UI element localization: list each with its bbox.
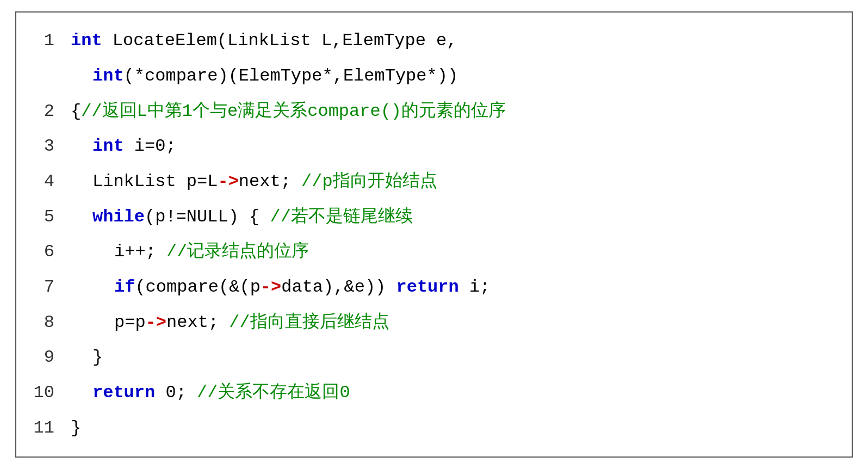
code-line-1b: int(*compare)(ElemType*,ElemType*)) [33,63,835,89]
code-text: next; [166,312,229,332]
code-block: 1 int LocateElem(LinkList L,ElemType e, … [15,11,853,458]
comment-text: //p指向开始结点 [301,171,437,192]
comment-text: //指向直接后继结点 [229,312,389,332]
code-text: data),&e)) [281,277,396,297]
line-content: i++; //记录结点的位序 [71,239,835,265]
line-number: 3 [33,133,71,159]
line-number: 5 [33,204,71,230]
arrow-operator: -> [261,277,281,297]
arrow-operator: -> [218,171,238,192]
keyword: return [396,277,469,297]
code-line-3: 3 int i=0; [33,133,835,159]
line-content: while(p!=NULL) { //若不是链尾继续 [71,204,835,230]
keyword: while [92,207,145,227]
line-number: 4 [33,169,71,195]
comment-text: //若不是链尾继续 [270,207,412,227]
code-text: (*compare)(ElemType*,ElemType*)) [124,66,458,86]
code-line-11: 11 } [33,415,835,441]
code-line-10: 10 return 0; //关系不存在返回0 [33,380,835,406]
keyword: return [92,382,165,403]
keyword: if [114,277,135,297]
code-text: 0; [165,382,197,403]
code-text: } [71,418,81,438]
code-line-2: 2 {//返回L中第1个与e满足关系compare()的元素的位序 [33,98,835,125]
line-content: return 0; //关系不存在返回0 [71,380,835,406]
code-text: i; [469,277,490,297]
line-content: int(*compare)(ElemType*,ElemType*)) [71,63,835,89]
line-content: } [71,344,835,371]
line-content: p=p->next; //指向直接后继结点 [71,310,835,336]
line-number: 1 [33,28,71,54]
code-text: LocateElem(LinkList L,ElemType e, [113,30,457,51]
line-content: {//返回L中第1个与e满足关系compare()的元素的位序 [71,98,835,125]
line-content: int LocateElem(LinkList L,ElemType e, [71,28,835,54]
comment-text: //关系不存在返回0 [197,382,350,403]
comment-text: //返回L中第1个与e满足关系compare()的元素的位序 [81,101,506,121]
line-content: int i=0; [71,133,835,159]
code-line-1: 1 int LocateElem(LinkList L,ElemType e, [33,28,835,54]
code-text: next; [239,171,301,192]
code-line-8: 8 p=p->next; //指向直接后继结点 [33,310,835,336]
code-text: (p!=NULL) { [145,207,270,227]
line-content: } [71,415,835,441]
code-line-7: 7 if(compare(&(p->data),&e)) return i; [33,274,835,300]
code-text: i++; [114,242,166,262]
code-text: LinkList p=L [92,171,218,192]
line-content: LinkList p=L->next; //p指向开始结点 [71,169,835,195]
line-number: 9 [33,344,71,371]
code-line-9: 9 } [33,344,835,371]
code-text: p=p [114,312,146,332]
line-content: if(compare(&(p->data),&e)) return i; [71,274,835,300]
line-number: 10 [33,380,71,406]
line-number: 11 [33,415,71,441]
line-number: 2 [33,98,71,125]
code-text: } [92,347,103,367]
line-number: 8 [33,310,71,336]
code-text: { [71,101,81,121]
code-text: i=0; [134,136,176,156]
keyword: int [71,30,113,51]
line-number: 6 [33,239,71,265]
keyword: int [92,66,124,86]
keyword: int [92,136,134,156]
line-number: 7 [33,274,71,300]
arrow-operator: -> [146,312,166,332]
code-text: (compare(&(p [135,277,260,297]
code-line-6: 6 i++; //记录结点的位序 [33,239,835,265]
code-line-4: 4 LinkList p=L->next; //p指向开始结点 [33,169,835,195]
comment-text: //记录结点的位序 [166,242,309,262]
code-line-5: 5 while(p!=NULL) { //若不是链尾继续 [33,204,835,230]
